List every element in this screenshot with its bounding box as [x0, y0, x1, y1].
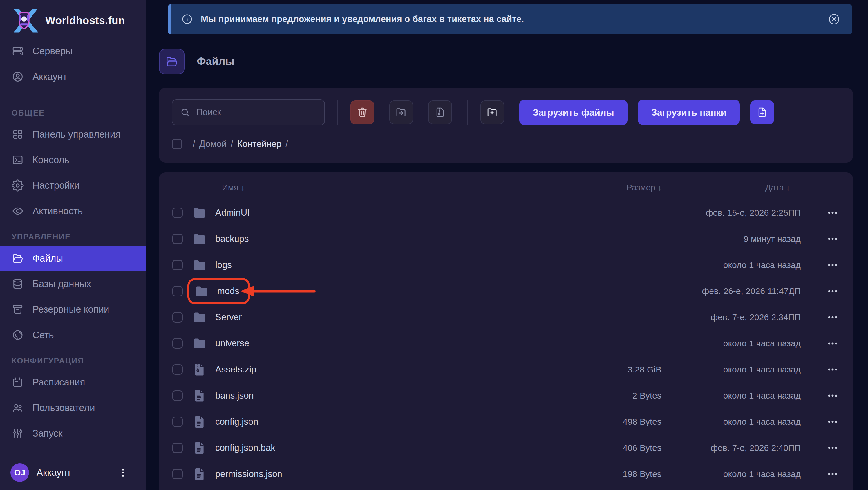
sidebar-item-backups[interactable]: Резервные копии	[0, 297, 146, 322]
sidebar-item-network[interactable]: Сеть	[0, 322, 146, 348]
row-menu-button[interactable]	[801, 207, 844, 219]
file-name-cell[interactable]: Assets.zip	[183, 362, 517, 377]
row-menu-button[interactable]	[801, 468, 844, 480]
sidebar-item-startup[interactable]: Запуск	[0, 421, 146, 446]
row-checkbox[interactable]	[172, 416, 183, 427]
banner-close-button[interactable]	[827, 12, 841, 26]
row-menu-button[interactable]	[801, 312, 844, 323]
row-menu-button[interactable]	[801, 259, 844, 271]
file-date: около 1 часа назад	[661, 365, 801, 374]
row-checkbox[interactable]	[172, 443, 183, 453]
sidebar-item-label: Расписания	[32, 377, 85, 388]
row-menu-button[interactable]	[801, 364, 844, 375]
move-button[interactable]	[389, 100, 413, 124]
row-menu-button[interactable]	[801, 416, 844, 428]
file-name-cell[interactable]: bans.json	[183, 388, 517, 403]
row-checkbox[interactable]	[172, 391, 183, 401]
column-header-date[interactable]: Дата↓	[661, 183, 801, 193]
delete-button[interactable]	[350, 100, 374, 124]
breadcrumb-home[interactable]: Домой	[199, 139, 226, 149]
row-checkbox[interactable]	[172, 207, 183, 218]
sidebar-section-label: КОНФИГУРАЦИЯ	[0, 348, 146, 370]
row-checkbox[interactable]	[172, 364, 183, 375]
app-title: Worldhosts.fun	[45, 15, 125, 27]
sidebar-item-users[interactable]: Пользователи	[0, 395, 146, 421]
main-content: Мы принимаем предложения и уведомления о…	[159, 0, 853, 490]
table-row[interactable]	[159, 487, 853, 490]
file-name-cell[interactable]: backups	[183, 231, 517, 247]
sidebar-item-account[interactable]: Аккаунт	[0, 64, 146, 89]
row-menu-button[interactable]	[801, 442, 844, 454]
sidebar-item-schedules[interactable]: Расписания	[0, 370, 146, 395]
file-date: фев. 15-е, 2026 2:25ПП	[661, 208, 801, 218]
sidebar-item-label: Консоль	[32, 154, 69, 166]
account-icon	[11, 70, 24, 83]
file-name-cell[interactable]: config.json	[183, 414, 517, 429]
file-name: bans.json	[215, 391, 254, 401]
search-box[interactable]	[172, 99, 325, 125]
table-row[interactable]: logsоколо 1 часа назад	[159, 252, 853, 278]
file-name-cell[interactable]: AdminUI	[183, 205, 517, 220]
sidebar-item-settings[interactable]: Настройки	[0, 173, 146, 198]
file-name: Server	[215, 312, 242, 322]
notice-banner: Мы принимаем предложения и уведомления о…	[168, 4, 852, 34]
sidebar-section-label: ОБЩЕЕ	[0, 100, 146, 122]
column-header-name[interactable]: Имя↓	[183, 183, 517, 193]
archive-button[interactable]	[428, 100, 452, 124]
file-name-cell[interactable]: logs	[183, 258, 517, 272]
row-checkbox[interactable]	[172, 469, 183, 479]
row-menu-button[interactable]	[801, 233, 844, 245]
table-row[interactable]: config.json.bak406 Bytesфев. 7-е, 2026 2…	[159, 435, 853, 461]
select-all-checkbox[interactable]	[172, 139, 182, 149]
table-row[interactable]: backups9 минут назад	[159, 226, 853, 252]
table-row[interactable]: universeоколо 1 часа назад	[159, 330, 853, 356]
row-menu-button[interactable]	[801, 338, 844, 349]
breadcrumb-current[interactable]: Контейнер	[237, 139, 281, 149]
info-icon	[181, 13, 193, 25]
upload-files-button[interactable]: Загрузить файлы	[519, 100, 627, 125]
table-row[interactable]: config.json498 Bytesоколо 1 часа назад	[159, 409, 853, 435]
file-name-cell[interactable]: config.json.bak	[183, 440, 517, 456]
table-row[interactable]: bans.json2 Bytesоколо 1 часа назад	[159, 383, 853, 409]
new-file-button[interactable]	[750, 100, 774, 124]
file-name: universe	[215, 338, 249, 349]
folder-filled-icon	[192, 258, 207, 272]
sort-arrow-icon: ↓	[658, 183, 661, 192]
sidebar-item-databases[interactable]: Базы данных	[0, 271, 146, 297]
row-menu-button[interactable]	[801, 285, 844, 297]
folder-filled-icon	[194, 284, 209, 299]
backups-icon	[11, 304, 24, 316]
file-name-cell[interactable]: Server	[183, 310, 517, 325]
file-name-cell[interactable]: permissions.json	[183, 466, 517, 482]
databases-icon	[11, 278, 24, 290]
sidebar-item-console[interactable]: Консоль	[0, 147, 146, 173]
file-date: фев. 7-е, 2026 2:40ПП	[661, 443, 801, 453]
sidebar-item-files[interactable]: Файлы	[0, 246, 146, 271]
upload-folders-button[interactable]: Загрузить папки	[638, 100, 740, 125]
search-input[interactable]	[195, 107, 317, 118]
table-row[interactable]: modsфев. 26-е, 2026 11:47ДП	[159, 278, 853, 304]
app-logo-row[interactable]: Worldhosts.fun	[0, 0, 146, 38]
file-name-cell[interactable]: universe	[183, 336, 517, 351]
column-header-size[interactable]: Размер↓	[517, 183, 661, 193]
file-name-cell[interactable]: mods	[183, 278, 517, 304]
new-folder-button[interactable]	[480, 100, 504, 124]
row-menu-button[interactable]	[801, 390, 844, 401]
row-checkbox[interactable]	[172, 286, 183, 296]
row-checkbox[interactable]	[172, 338, 183, 349]
sidebar-item-activity[interactable]: Активность	[0, 198, 146, 224]
row-checkbox[interactable]	[172, 260, 183, 270]
sidebar-item-dashboard[interactable]: Панель управления	[0, 122, 146, 147]
table-row[interactable]: AdminUIфев. 15-е, 2026 2:25ПП	[159, 200, 853, 226]
table-row[interactable]: permissions.json198 Bytesоколо 1 часа на…	[159, 461, 853, 487]
sort-arrow-icon: ↓	[241, 183, 245, 192]
sidebar-account[interactable]: OJ Аккаунт	[0, 456, 146, 490]
account-menu-button[interactable]	[117, 467, 129, 479]
table-row[interactable]: Serverфев. 7-е, 2026 2:34ПП	[159, 304, 853, 330]
row-checkbox[interactable]	[172, 234, 183, 244]
row-checkbox[interactable]	[172, 312, 183, 322]
table-row[interactable]: Assets.zip3.28 GiBоколо 1 часа назад	[159, 356, 853, 383]
banner-text: Мы принимаем предложения и уведомления о…	[201, 14, 524, 24]
sidebar-item-servers[interactable]: Серверы	[0, 38, 146, 64]
breadcrumb-separator: /	[193, 139, 195, 149]
